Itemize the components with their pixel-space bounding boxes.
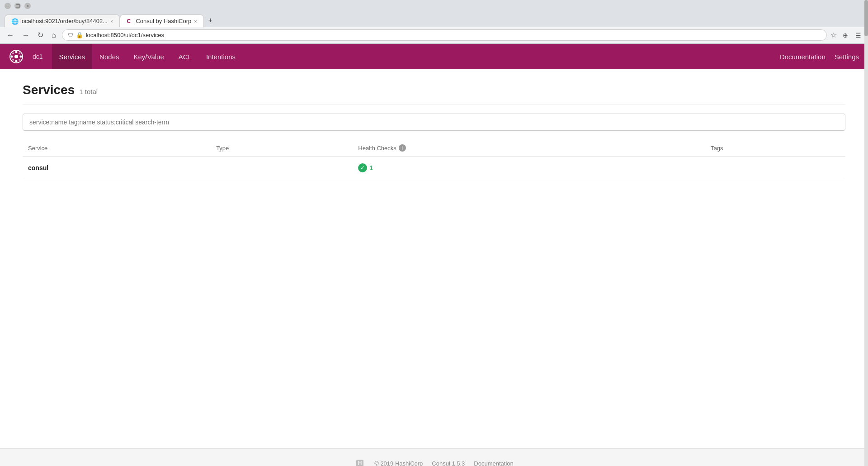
- footer-documentation-link[interactable]: Documentation: [474, 460, 513, 466]
- health-check-count: 1: [369, 164, 373, 171]
- main-content: Services 1 total Service Type Health Che…: [0, 69, 868, 448]
- scrollbar-thumb[interactable]: [864, 0, 868, 36]
- svg-point-3: [15, 60, 18, 62]
- footer-copyright: © 2019 HashiCorp: [374, 460, 423, 466]
- health-checks-cell: ✓ 1: [353, 157, 705, 179]
- documentation-link[interactable]: Documentation: [780, 53, 826, 61]
- back-button[interactable]: ←: [5, 30, 16, 40]
- col-header-service: Service: [23, 140, 211, 157]
- browser-scrollbar[interactable]: [864, 0, 868, 466]
- extensions-button[interactable]: ⊕: [840, 30, 850, 40]
- forward-button[interactable]: →: [20, 30, 32, 40]
- nav-link-services[interactable]: Services: [52, 44, 93, 69]
- url-input[interactable]: [86, 32, 821, 38]
- shield-icon: 🛡: [68, 32, 73, 38]
- nav-link-acl[interactable]: ACL: [171, 44, 199, 69]
- svg-text:H: H: [358, 460, 362, 466]
- browser-chrome: − ❐ × 🌐 localhost:9021/order/buy/84402..…: [0, 0, 868, 44]
- tab-title-1: localhost:9021/order/buy/84402...: [20, 18, 108, 24]
- page-count: 1 total: [79, 88, 98, 95]
- home-button[interactable]: ⌂: [49, 30, 58, 40]
- browser-addressbar: ← → ↻ ⌂ 🛡 🔒 ☆ ⊕ ☰: [0, 27, 868, 43]
- new-tab-button[interactable]: +: [204, 14, 217, 27]
- nav-link-nodes[interactable]: Nodes: [92, 44, 126, 69]
- bookmark-button[interactable]: ☆: [830, 31, 837, 39]
- reload-button[interactable]: ↻: [35, 30, 46, 40]
- health-checks-info-icon[interactable]: i: [399, 144, 406, 152]
- col-header-type: Type: [211, 140, 353, 157]
- col-header-health-checks: Health Checks i: [353, 140, 705, 157]
- settings-link[interactable]: Settings: [835, 53, 859, 61]
- navbar-right: Documentation Settings: [780, 53, 859, 61]
- consul-logo-icon: [9, 49, 24, 64]
- window-close-button[interactable]: ×: [24, 3, 31, 9]
- service-type-cell: [211, 157, 353, 179]
- health-check-passing-icon: ✓: [358, 163, 367, 172]
- service-name-cell: consul: [23, 157, 211, 179]
- app-footer: H © 2019 HashiCorp Consul 1.5.3 Document…: [0, 448, 868, 466]
- dc-label[interactable]: dc1: [33, 53, 43, 60]
- window-maximize-button[interactable]: ❐: [14, 3, 21, 9]
- window-minimize-button[interactable]: −: [5, 3, 11, 9]
- service-name: consul: [28, 164, 48, 171]
- tab-favicon-1: 🌐: [11, 18, 18, 24]
- svg-point-6: [12, 52, 14, 54]
- footer-version: Consul 1.5.3: [432, 460, 465, 466]
- tab-favicon-2: C: [127, 18, 133, 24]
- table-body: consul ✓ 1: [23, 157, 845, 179]
- table-header: Service Type Health Checks i Tags: [23, 140, 845, 157]
- nav-link-keyvalue[interactable]: Key/Value: [126, 44, 171, 69]
- window-controls: − ❐ ×: [5, 3, 31, 9]
- health-check-badge: ✓ 1: [358, 163, 700, 172]
- app-navbar: dc1 Services Nodes Key/Value ACL Intenti…: [0, 44, 868, 69]
- browser-titlebar: − ❐ ×: [0, 0, 868, 12]
- browser-tab-bar: 🌐 localhost:9021/order/buy/84402... × C …: [0, 12, 868, 27]
- svg-point-4: [11, 56, 13, 58]
- svg-point-1: [14, 55, 18, 58]
- svg-point-9: [19, 59, 20, 61]
- services-table: Service Type Health Checks i Tags: [23, 140, 845, 179]
- footer-logo: H: [354, 458, 365, 466]
- tab-title-2: Consul by HashiCorp: [136, 18, 191, 24]
- browser-tab-2[interactable]: C Consul by HashiCorp ×: [120, 14, 203, 27]
- lock-icon: 🔒: [76, 32, 83, 38]
- table-row[interactable]: consul ✓ 1: [23, 157, 845, 179]
- svg-point-7: [19, 52, 20, 54]
- col-header-tags: Tags: [705, 140, 845, 157]
- browser-right-controls: ⊕ ☰: [840, 30, 863, 40]
- svg-point-2: [15, 51, 18, 53]
- search-input[interactable]: [23, 114, 845, 131]
- svg-point-5: [20, 56, 22, 58]
- browser-tab-1[interactable]: 🌐 localhost:9021/order/buy/84402... ×: [5, 14, 120, 27]
- svg-point-8: [12, 59, 14, 61]
- nav-links: Services Nodes Key/Value ACL Intentions: [52, 44, 243, 69]
- page-header: Services 1 total: [23, 83, 845, 105]
- service-tags-cell: [705, 157, 845, 179]
- tab-close-2[interactable]: ×: [194, 19, 197, 24]
- nav-link-intentions[interactable]: Intentions: [199, 44, 243, 69]
- navbar-logo: [9, 49, 24, 64]
- address-box: 🛡 🔒: [62, 29, 827, 41]
- page-title: Services: [23, 83, 75, 97]
- menu-button[interactable]: ☰: [853, 30, 863, 40]
- tab-close-1[interactable]: ×: [110, 19, 113, 24]
